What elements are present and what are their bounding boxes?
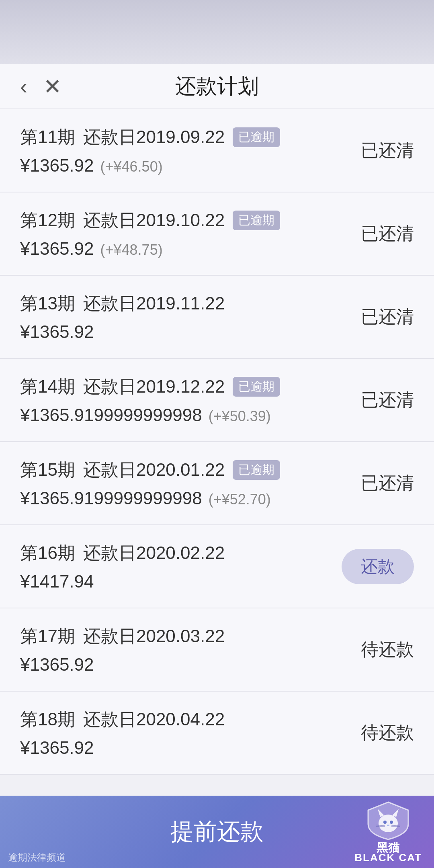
amount-row: ¥1365.9199999999998 (+¥50.39): [20, 405, 358, 425]
svg-point-5: [387, 825, 389, 826]
payment-item-6: 第16期 还款日2020.02.22 ¥1417.94 还款: [0, 525, 434, 608]
date-label: 还款日2019.11.22: [83, 292, 225, 315]
date-label: 还款日2020.02.22: [83, 541, 225, 565]
overdue-badge: 已逾期: [233, 377, 280, 397]
repay-button[interactable]: 还款: [342, 549, 414, 584]
payment-header: 第12期 还款日2019.10.22 已逾期: [20, 209, 358, 232]
date-label: 还款日2019.09.22: [83, 125, 225, 149]
amount-row: ¥1365.92 (+¥48.75): [20, 239, 358, 259]
overdue-badge: 已逾期: [233, 460, 280, 480]
amount: ¥1365.92: [20, 655, 94, 675]
back-button[interactable]: ‹: [16, 70, 31, 103]
overdue-badge: 已逾期: [233, 211, 280, 230]
period-label: 第11期: [20, 125, 75, 149]
status-label: 待还款: [358, 721, 414, 745]
payment-item-3: 第13期 还款日2019.11.22 ¥1365.92 已还清: [0, 276, 434, 359]
period-label: 第15期: [20, 458, 75, 482]
payment-info: 第14期 还款日2019.12.22 已逾期 ¥1365.91999999999…: [20, 375, 358, 425]
payment-header: 第14期 还款日2019.12.22 已逾期: [20, 375, 358, 399]
amount-row: ¥1417.94: [20, 571, 342, 592]
status-label: 待还款: [358, 638, 414, 661]
status-label: 已还清: [358, 471, 414, 495]
status-label: 已还清: [358, 388, 414, 412]
status-label: 已还清: [358, 222, 414, 246]
payment-info: 第12期 还款日2019.10.22 已逾期 ¥1365.92 (+¥48.75…: [20, 209, 358, 259]
amount: ¥1365.9199999999998: [20, 405, 202, 425]
payment-info: 第11期 还款日2019.09.22 已逾期 ¥1365.92 (+¥46.50…: [20, 125, 358, 176]
status-label: 已还清: [358, 139, 414, 162]
amount: ¥1365.92: [20, 738, 94, 758]
payment-info: 第17期 还款日2020.03.22 ¥1365.92: [20, 624, 358, 675]
overdue-badge: 已逾期: [233, 127, 280, 147]
amount-row: ¥1365.92: [20, 655, 358, 675]
payment-header: 第18期 还款日2020.04.22: [20, 708, 358, 731]
amount-row: ¥1365.92: [20, 738, 358, 758]
extra-amount: (+¥52.70): [209, 491, 271, 508]
amount-row: ¥1365.92 (+¥46.50): [20, 156, 358, 176]
top-blur-area: [0, 0, 434, 64]
period-label: 第18期: [20, 708, 75, 731]
extra-amount: (+¥48.75): [100, 242, 163, 258]
date-label: 还款日2019.10.22: [83, 209, 225, 232]
amount: ¥1365.92: [20, 322, 94, 342]
svg-point-0: [379, 815, 398, 832]
svg-point-3: [383, 821, 387, 824]
page-title: 还款计划: [175, 72, 259, 100]
extra-amount: (+¥50.39): [209, 408, 271, 425]
payment-list: 第11期 还款日2019.09.22 已逾期 ¥1365.92 (+¥46.50…: [0, 109, 434, 775]
amount-row: ¥1365.9199999999998 (+¥52.70): [20, 488, 358, 508]
payment-item-7: 第17期 还款日2020.03.22 ¥1365.92 待还款: [0, 608, 434, 692]
payment-header: 第16期 还款日2020.02.22: [20, 541, 342, 565]
payment-item-1: 第11期 还款日2019.09.22 已逾期 ¥1365.92 (+¥46.50…: [0, 109, 434, 192]
period-label: 第13期: [20, 292, 75, 315]
date-label: 还款日2020.04.22: [83, 708, 225, 731]
payment-header: 第17期 还款日2020.03.22: [20, 624, 358, 648]
period-label: 第14期: [20, 375, 75, 399]
payment-item-8: 第18期 还款日2020.04.22 ¥1365.92 待还款: [0, 692, 434, 775]
nav-bar: ‹ ✕ 还款计划: [0, 64, 434, 108]
payment-header: 第13期 还款日2019.11.22: [20, 292, 358, 315]
extra-amount: (+¥46.50): [100, 158, 163, 175]
brand-text: BLACK CAT: [354, 852, 422, 864]
date-label: 还款日2020.01.22: [83, 458, 225, 482]
payment-info: 第13期 还款日2019.11.22 ¥1365.92: [20, 292, 358, 342]
period-label: 第16期: [20, 541, 75, 565]
payment-header: 第11期 还款日2019.09.22 已逾期: [20, 125, 358, 149]
period-label: 第12期: [20, 209, 75, 232]
date-label: 还款日2019.12.22: [83, 375, 225, 399]
amount: ¥1417.94: [20, 571, 94, 592]
footer: 提前还款 黑猫 BLACK CAT 逾期法律频道: [0, 796, 434, 868]
period-label: 第17期: [20, 624, 75, 648]
amount-row: ¥1365.92: [20, 322, 358, 342]
amount: ¥1365.9199999999998: [20, 488, 202, 508]
black-cat-icon: [364, 800, 412, 840]
payment-info: 第18期 还款日2020.04.22 ¥1365.92: [20, 708, 358, 758]
svg-point-4: [390, 821, 393, 824]
payment-item-2: 第12期 还款日2019.10.22 已逾期 ¥1365.92 (+¥48.75…: [0, 192, 434, 276]
amount: ¥1365.92: [20, 156, 94, 176]
date-label: 还款日2020.03.22: [83, 624, 225, 648]
payment-item-4: 第14期 还款日2019.12.22 已逾期 ¥1365.91999999999…: [0, 359, 434, 442]
close-button[interactable]: ✕: [39, 70, 66, 103]
payment-header: 第15期 还款日2020.01.22 已逾期: [20, 458, 358, 482]
payment-item-5: 第15期 还款日2020.01.22 已逾期 ¥1365.91999999999…: [0, 442, 434, 525]
payment-info: 第16期 还款日2020.02.22 ¥1417.94: [20, 541, 342, 592]
payment-info: 第15期 还款日2020.01.22 已逾期 ¥1365.91999999999…: [20, 458, 358, 508]
black-cat-logo: 黑猫 BLACK CAT: [354, 800, 422, 864]
status-label: 已还清: [358, 305, 414, 329]
watermark-text: 逾期法律频道: [8, 851, 66, 864]
amount: ¥1365.92: [20, 239, 94, 259]
